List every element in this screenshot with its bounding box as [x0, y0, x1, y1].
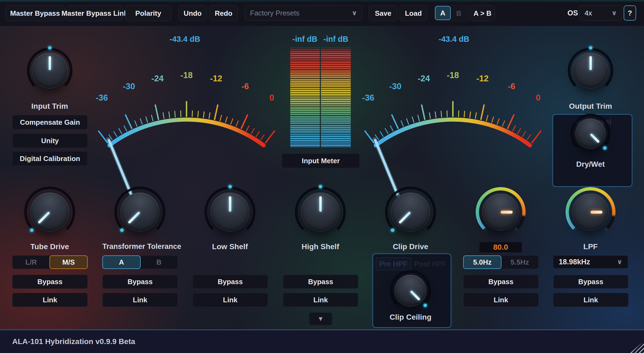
scale-label: -36 [96, 93, 108, 102]
transformer-link-button[interactable]: Link [102, 293, 178, 307]
polarity-button[interactable]: Polarity [125, 5, 171, 21]
lpf-link-button[interactable]: Link [553, 293, 629, 307]
chevron-down-icon: ∨ [612, 9, 617, 17]
scale-label: 0 [536, 93, 540, 102]
help-button[interactable]: ? [624, 5, 636, 21]
lpf-knob[interactable] [572, 194, 609, 230]
transformer-tolerance-knob[interactable] [120, 192, 159, 232]
knob-body [573, 53, 608, 88]
scale-label: -12 [476, 74, 489, 83]
transformer-bypass-button[interactable]: Bypass [102, 275, 178, 289]
tube-drive-knob[interactable] [30, 192, 69, 232]
knob-body [575, 118, 606, 149]
scale-label: -6 [508, 82, 515, 91]
lpf-frequency-select[interactable]: 18.98kHz ∨ [553, 255, 628, 268]
transformer-variant-toggle: A B [102, 255, 178, 269]
low-shelf-label: Low Shelf [192, 242, 267, 251]
save-button[interactable]: Save [369, 5, 397, 21]
lpf-bypass-button[interactable]: Bypass [553, 275, 629, 289]
input-meter-right-readout: -inf dB [313, 35, 359, 44]
unity-button[interactable]: Unity [12, 133, 88, 148]
knob-value-dot [589, 46, 592, 50]
resize-grip-icon[interactable] [628, 339, 644, 353]
knob-body [301, 192, 340, 232]
clip-drive-label: Clip Drive [373, 242, 448, 251]
input-meter-left-column [290, 47, 320, 147]
high-shelf-link-button[interactable]: Link [283, 293, 358, 307]
top-accent-strip [0, 0, 644, 2]
input-trim-knob[interactable] [32, 53, 68, 88]
preset-select[interactable]: Factory Presets ∨ [245, 5, 362, 21]
oversampling-label: OS [567, 5, 578, 21]
knob-value-dot [319, 185, 322, 188]
ab-a-button[interactable]: A [435, 6, 451, 20]
digital-calibration-button[interactable]: Digital Calibration [12, 151, 88, 166]
ab-b-button[interactable]: B [451, 6, 467, 21]
scale-label: -24 [151, 74, 164, 83]
knob-value-dot [228, 185, 232, 188]
knob-pointer [38, 211, 50, 224]
output-trim-knob[interactable] [573, 53, 608, 88]
knob-body [32, 53, 68, 88]
input-meter-button[interactable]: Input Meter [282, 153, 360, 168]
dry-wet-knob[interactable] [575, 118, 606, 149]
preset-select-value: Factory Presets [250, 9, 299, 17]
triangle-down-icon: ▼ [317, 315, 324, 323]
chevron-down-icon: ∨ [617, 258, 623, 266]
vu-meter-right: -36 -30 -24 -18 -12 -6 0 [358, 35, 548, 163]
tube-drive-link-button[interactable]: Link [12, 293, 88, 307]
knob-pointer [590, 133, 600, 143]
load-button[interactable]: Load [400, 5, 427, 21]
knob-pointer [49, 56, 51, 70]
plugin-title: ALA-101 Hybridization v0.9.9 Beta [12, 337, 135, 346]
hpf-freq-b[interactable]: 5.5Hz [501, 256, 538, 269]
high-shelf-knob[interactable] [301, 192, 340, 232]
oversampling-value: 4x [585, 9, 592, 17]
high-shelf-bypass-button[interactable]: Bypass [283, 275, 358, 289]
scale-label: 0 [269, 93, 274, 102]
scale-label: -18 [447, 70, 459, 80]
redo-button[interactable]: Redo [209, 5, 238, 21]
low-shelf-bypass-button[interactable]: Bypass [192, 275, 268, 289]
lpf-frequency-value: 18.98kHz [559, 258, 590, 266]
tube-drive-bypass-button[interactable]: Bypass [12, 275, 88, 289]
scale-label: -24 [418, 74, 430, 83]
scale-label: -6 [241, 82, 249, 91]
hpf-bypass-button[interactable]: Bypass [463, 275, 539, 289]
master-bypass-link-button[interactable]: Master Bypass Link [66, 5, 123, 21]
knob-pointer [589, 56, 592, 70]
tube-drive-mode-ms[interactable]: M/S [49, 255, 88, 269]
transformer-variant-b[interactable]: B [140, 256, 178, 269]
tube-drive-mode-toggle: L/R M/S [12, 255, 88, 269]
output-trim-label: Output Trim [553, 102, 628, 111]
hpf-knob[interactable] [482, 194, 519, 230]
master-bypass-button[interactable]: Master Bypass [5, 5, 65, 21]
tube-drive-mode-lr[interactable]: L/R [12, 256, 50, 269]
clip-drive-knob[interactable] [391, 192, 430, 232]
oversampling-select[interactable]: 4x ∨ [579, 5, 622, 21]
knob-body [30, 192, 69, 232]
scale-label: -36 [362, 93, 374, 102]
transformer-variant-a[interactable]: A [102, 255, 141, 269]
knob-pointer [319, 196, 322, 212]
low-shelf-knob[interactable] [210, 192, 250, 232]
scale-label: -18 [181, 70, 193, 80]
compensate-gain-button[interactable]: Compensate Gain [12, 115, 88, 130]
chevron-down-icon: ∨ [352, 9, 357, 17]
scale-label: -12 [210, 74, 222, 83]
transformer-tolerance-label: Transformer Tolerance [102, 242, 177, 251]
hpf-value-readout[interactable]: 80.0 [479, 242, 522, 252]
low-shelf-link-button[interactable]: Link [192, 293, 268, 307]
knob-body [394, 275, 427, 307]
undo-button[interactable]: Undo [178, 5, 207, 21]
ab-compare-group: A B [434, 5, 469, 21]
knob-body [210, 192, 250, 232]
clip-ceiling-label: Clip Ceiling [373, 313, 448, 322]
clip-ceiling-knob[interactable] [394, 275, 427, 307]
hpf-link-button[interactable]: Link [463, 293, 539, 307]
knob-pointer [410, 290, 421, 301]
scale-label: -30 [123, 82, 135, 91]
hpf-freq-a[interactable]: 5.0Hz [463, 255, 501, 269]
a-to-b-copy-button[interactable]: A > B [470, 5, 495, 21]
expand-button[interactable]: ▼ [309, 312, 332, 325]
